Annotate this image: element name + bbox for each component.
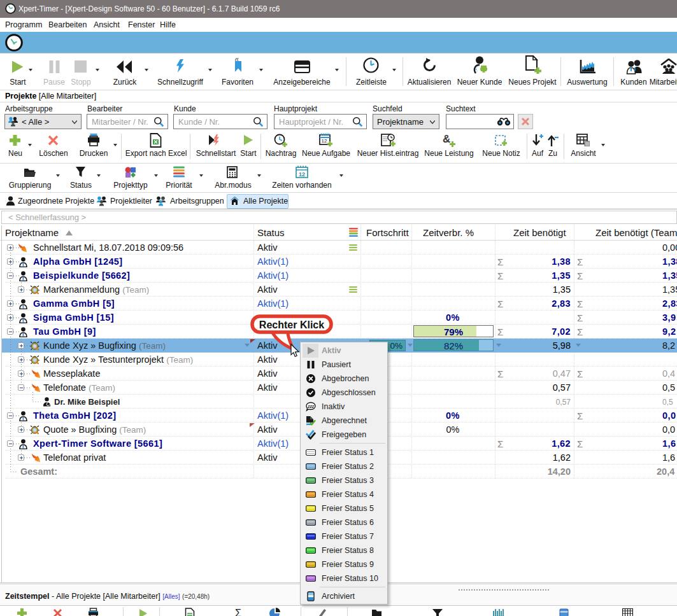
svg-text:12: 12 (322, 138, 327, 144)
svg-text:Σ: Σ (235, 608, 241, 616)
svg-text:zzz: zzz (307, 404, 315, 409)
svg-text:Rechter Klick: Rechter Klick (259, 319, 324, 330)
svg-text:12: 12 (299, 171, 305, 178)
svg-text:&: & (443, 133, 450, 145)
